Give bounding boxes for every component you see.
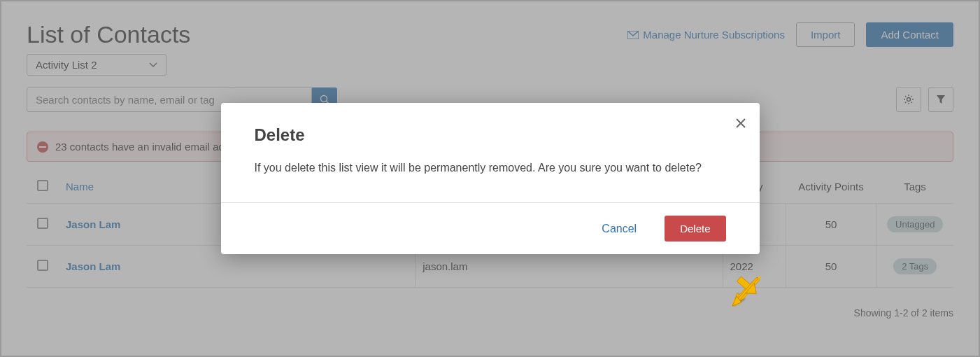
cancel-button[interactable]: Cancel: [602, 223, 637, 235]
close-icon: [736, 118, 746, 128]
modal-overlay: Delete If you delete this list view it w…: [1, 1, 979, 356]
modal-close-button[interactable]: [736, 114, 746, 132]
modal-title: Delete: [255, 125, 726, 145]
delete-button[interactable]: Delete: [665, 216, 725, 241]
modal-text: If you delete this list view it will be …: [255, 162, 726, 174]
delete-modal: Delete If you delete this list view it w…: [221, 103, 760, 254]
